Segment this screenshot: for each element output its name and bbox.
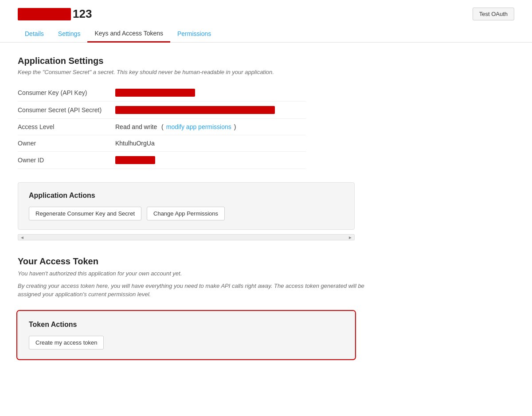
- access-token-note2: By creating your access token here, you …: [18, 282, 381, 299]
- tab-details[interactable]: Details: [18, 26, 51, 43]
- scrollbar-left-arrow: ◄: [20, 235, 24, 240]
- token-actions-title: Token Actions: [29, 321, 344, 329]
- owner-text: KhtulhuOrgUa: [115, 140, 155, 147]
- access-level-value: Read and write ( modify app permissions …: [115, 123, 236, 130]
- access-level-row: Access Level Read and write ( modify app…: [18, 119, 306, 135]
- tab-permissions[interactable]: Permissions: [170, 26, 218, 43]
- tabs-nav: Details Settings Keys and Access Tokens …: [0, 25, 532, 43]
- access-level-label: Access Level: [18, 123, 115, 130]
- tab-settings[interactable]: Settings: [51, 26, 88, 43]
- info-table: Consumer Key (API Key) Consumer Secret (…: [18, 84, 306, 169]
- tab-keys-and-access-tokens[interactable]: Keys and Access Tokens: [87, 25, 170, 43]
- owner-id-value: [115, 156, 155, 164]
- consumer-key-label: Consumer Key (API Key): [18, 89, 115, 96]
- owner-value: KhtulhuOrgUa: [115, 140, 155, 147]
- scrollbar-right-arrow: ►: [348, 235, 352, 240]
- scrollbar-arrows: ◄ ►: [18, 235, 354, 240]
- application-actions-box: Application Actions Regenerate Consumer …: [18, 182, 355, 230]
- token-action-buttons: Create my access token: [29, 336, 344, 349]
- access-token-section: Your Access Token You haven't authorized…: [18, 256, 381, 299]
- consumer-key-value: [115, 89, 195, 97]
- application-settings-subtitle: Keep the "Consumer Secret" a secret. Thi…: [18, 69, 381, 75]
- regenerate-consumer-key-button[interactable]: Regenerate Consumer Key and Secret: [29, 207, 141, 220]
- main-content: Application Settings Keep the "Consumer …: [0, 43, 399, 372]
- access-level-paren-open: (: [160, 123, 164, 130]
- logo-redacted-icon: [18, 8, 71, 20]
- application-action-buttons: Regenerate Consumer Key and Secret Chang…: [29, 207, 344, 220]
- access-level-text: Read and write: [115, 123, 157, 130]
- consumer-secret-label: Consumer Secret (API Secret): [18, 106, 115, 114]
- logo-area: 123: [18, 7, 92, 21]
- change-app-permissions-button[interactable]: Change App Permissions: [147, 207, 225, 220]
- consumer-secret-value: [115, 106, 275, 114]
- scrollbar-area[interactable]: ◄ ►: [18, 234, 355, 240]
- consumer-key-row: Consumer Key (API Key): [18, 84, 306, 102]
- access-level-paren-close: ): [234, 123, 236, 130]
- header: 123 Test OAuth: [0, 0, 532, 21]
- consumer-secret-redacted: [115, 106, 275, 114]
- owner-label: Owner: [18, 140, 115, 147]
- token-actions-box: Token Actions Create my access token: [18, 311, 355, 359]
- create-access-token-button[interactable]: Create my access token: [29, 336, 104, 349]
- logo-number: 123: [73, 7, 92, 21]
- modify-app-permissions-link[interactable]: modify app permissions: [166, 123, 231, 130]
- test-oauth-button[interactable]: Test OAuth: [473, 8, 514, 20]
- consumer-key-redacted: [115, 89, 195, 97]
- access-token-title: Your Access Token: [18, 256, 381, 267]
- application-actions-title: Application Actions: [29, 192, 344, 200]
- access-token-note1: You haven't authorized this application …: [18, 269, 381, 278]
- owner-id-row: Owner ID: [18, 152, 306, 169]
- application-settings-title: Application Settings: [18, 56, 381, 66]
- consumer-secret-row: Consumer Secret (API Secret): [18, 102, 306, 119]
- application-settings-section: Application Settings Keep the "Consumer …: [18, 56, 381, 169]
- owner-row: Owner KhtulhuOrgUa: [18, 135, 306, 152]
- owner-id-label: Owner ID: [18, 157, 115, 164]
- owner-id-redacted: [115, 156, 155, 164]
